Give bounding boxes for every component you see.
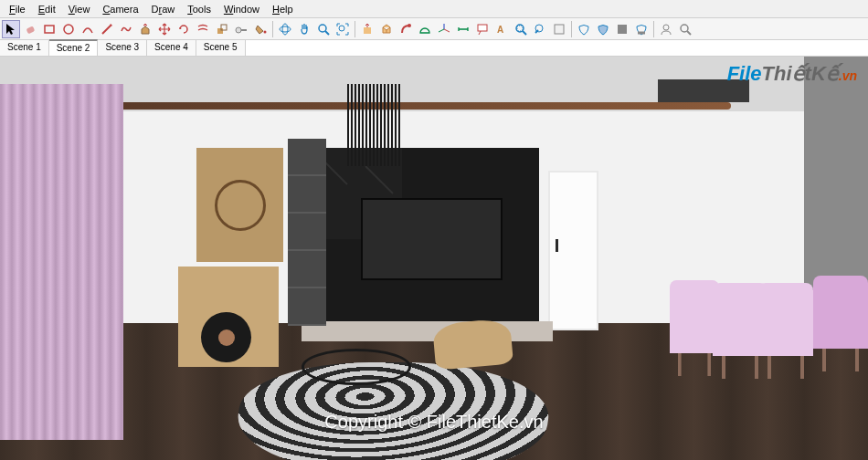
svg-point-5 bbox=[236, 27, 241, 33]
axes-tool[interactable] bbox=[435, 20, 453, 38]
iso-view-tool[interactable] bbox=[550, 20, 568, 38]
protractor-tool[interactable] bbox=[416, 20, 434, 38]
svg-point-10 bbox=[339, 26, 344, 31]
scene-tab-4[interactable]: Scene 4 bbox=[147, 40, 196, 56]
rectangle-tool[interactable] bbox=[40, 20, 58, 38]
svg-rect-3 bbox=[217, 28, 223, 34]
pan-tool[interactable] bbox=[295, 20, 313, 38]
shadows-tool[interactable] bbox=[632, 20, 651, 38]
menu-window[interactable]: Window bbox=[218, 2, 265, 16]
select-tool[interactable] bbox=[2, 20, 20, 38]
scene-tab-2[interactable]: Scene 2 bbox=[49, 39, 99, 56]
menu-draw[interactable]: Draw bbox=[146, 2, 181, 16]
svg-point-8 bbox=[282, 24, 288, 35]
offset-tool[interactable] bbox=[194, 20, 212, 38]
menu-file[interactable]: File bbox=[4, 2, 31, 16]
svg-rect-0 bbox=[26, 26, 36, 34]
scene-curtain bbox=[0, 84, 123, 440]
svg-rect-18 bbox=[555, 25, 564, 34]
zoom-window-tool[interactable] bbox=[512, 20, 530, 38]
svg-rect-16 bbox=[517, 26, 523, 31]
paint-bucket-tool[interactable] bbox=[251, 20, 270, 38]
text-tool[interactable] bbox=[473, 20, 492, 38]
follow-me-tool[interactable] bbox=[397, 20, 415, 38]
previous-view-tool[interactable] bbox=[531, 20, 549, 38]
freehand-tool[interactable] bbox=[117, 20, 135, 38]
scene-altar-panel bbox=[196, 148, 283, 262]
toolbar-separator bbox=[355, 21, 355, 37]
svg-point-21 bbox=[681, 25, 688, 32]
outliner-tool[interactable] bbox=[377, 20, 396, 38]
main-toolbar: A bbox=[0, 18, 868, 40]
svg-point-2 bbox=[64, 25, 73, 34]
scene-lounge-chair bbox=[434, 321, 521, 390]
section-tool[interactable] bbox=[575, 20, 593, 38]
svg-rect-11 bbox=[364, 27, 371, 34]
zoom-extents-tool[interactable] bbox=[333, 20, 352, 38]
search-tool[interactable] bbox=[676, 20, 694, 38]
scene-dining-chair bbox=[813, 276, 868, 349]
3d-viewport[interactable]: FileThiếtKế.vn Copyright © FileThietKe.v… bbox=[0, 57, 868, 460]
line-tool[interactable] bbox=[98, 20, 116, 38]
scale-tool[interactable] bbox=[213, 20, 231, 38]
scene-coffee-table bbox=[302, 349, 411, 385]
scene-tv bbox=[361, 198, 503, 280]
svg-point-6 bbox=[264, 30, 267, 33]
push-pull-tool[interactable] bbox=[136, 20, 154, 38]
orbit-tool[interactable] bbox=[276, 20, 294, 38]
arc-tool[interactable] bbox=[79, 20, 97, 38]
watermark-logo: FileThiếtKế.vn bbox=[727, 62, 857, 86]
circle-tool[interactable] bbox=[59, 20, 78, 38]
user-tool[interactable] bbox=[657, 20, 675, 38]
eraser-tool[interactable] bbox=[21, 20, 39, 38]
scene-cabinet-speaker bbox=[201, 312, 251, 362]
svg-rect-13 bbox=[478, 25, 487, 31]
menu-camera[interactable]: Camera bbox=[97, 2, 143, 16]
menu-tools[interactable]: Tools bbox=[182, 2, 217, 16]
scene-dining-chair bbox=[758, 283, 813, 356]
svg-point-9 bbox=[319, 25, 326, 32]
svg-rect-1 bbox=[45, 26, 54, 33]
scene-tab-3[interactable]: Scene 3 bbox=[98, 40, 147, 56]
svg-point-20 bbox=[663, 25, 669, 30]
scene-display-shelf bbox=[288, 139, 326, 326]
rotate-tool[interactable] bbox=[175, 20, 193, 38]
scene-dining-chair bbox=[670, 280, 719, 353]
zoom-tool[interactable] bbox=[314, 20, 333, 38]
toolbar-separator bbox=[272, 21, 273, 37]
svg-text:A: A bbox=[497, 25, 503, 35]
dimension-tool[interactable] bbox=[454, 20, 472, 38]
svg-point-7 bbox=[280, 26, 291, 32]
menu-view[interactable]: View bbox=[63, 2, 96, 16]
scene-door-handle bbox=[556, 239, 558, 252]
section-fill-tool[interactable] bbox=[613, 20, 631, 38]
toolbar-separator bbox=[653, 21, 654, 37]
3d-text-tool[interactable]: A bbox=[492, 20, 511, 38]
push-tool-2[interactable] bbox=[358, 20, 376, 38]
svg-point-12 bbox=[408, 24, 411, 27]
toolbar-separator bbox=[571, 21, 572, 37]
scene-tabs-bar: Scene 1 Scene 2 Scene 3 Scene 4 Scene 5 bbox=[0, 40, 868, 57]
svg-rect-19 bbox=[618, 25, 627, 34]
watermark-copyright: Copyright © FileThietKe.vn bbox=[0, 412, 868, 433]
section-display-tool[interactable] bbox=[594, 20, 612, 38]
tape-measure-tool[interactable] bbox=[232, 20, 250, 38]
scene-tab-1[interactable]: Scene 1 bbox=[0, 40, 49, 56]
scene-ceiling-trim bbox=[110, 102, 731, 110]
menu-bar: File Edit View Camera Draw Tools Window … bbox=[0, 0, 868, 18]
menu-help[interactable]: Help bbox=[267, 2, 299, 16]
menu-edit[interactable]: Edit bbox=[33, 2, 61, 16]
scene-chandelier bbox=[347, 84, 402, 166]
move-tool[interactable] bbox=[155, 20, 174, 38]
scene-tab-5[interactable]: Scene 5 bbox=[196, 40, 246, 56]
